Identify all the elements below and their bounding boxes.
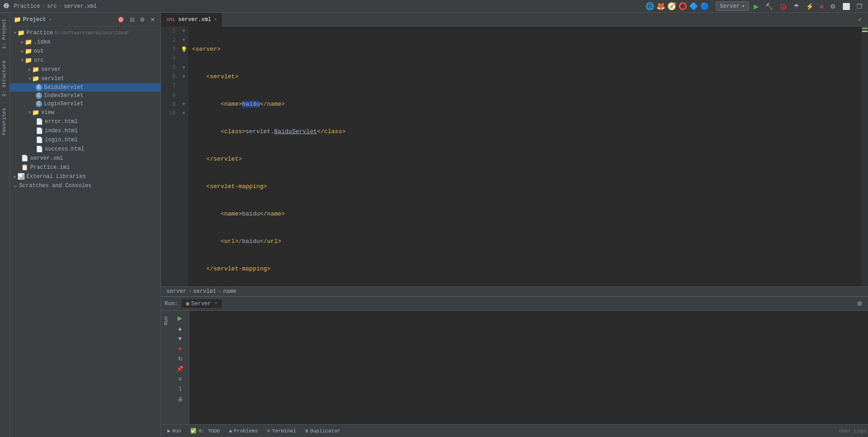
breadcrumb-servlet[interactable]: servlet <box>193 288 216 295</box>
side-tab-project[interactable]: 1: Project <box>0 13 10 54</box>
tree-item-src[interactable]: ▼ 📁 src <box>10 56 161 65</box>
tree-item-baidu-servlet[interactable]: C BaiduServlet <box>10 83 161 92</box>
bottom-tab-run[interactable]: ▶ Run <box>163 426 186 437</box>
run-play-button[interactable]: ▶ <box>176 313 184 323</box>
safari-icon[interactable]: 🧭 <box>667 2 676 11</box>
run-tab-close[interactable]: × <box>214 301 217 306</box>
fold-10[interactable]: ▼ <box>179 109 188 118</box>
run-output <box>189 311 868 424</box>
tree-item-ext-libs[interactable]: ▶ 📊 External Libraries <box>10 172 161 181</box>
tree-item-practice-iml[interactable]: 📋 Practice.iml <box>10 163 161 172</box>
tree-item-index-html[interactable]: 📄 index.html <box>10 126 161 135</box>
run-bottom-icon: ▶ <box>167 428 171 434</box>
run-settings-button[interactable]: ⚙ <box>855 299 864 308</box>
tree-item-scratches[interactable]: ✏ Scratches and Consoles <box>10 181 161 190</box>
tree-label-ext-libs: External Libraries <box>27 173 86 180</box>
run-tab-label: Server <box>191 301 211 307</box>
opera-icon[interactable]: ⭕ <box>678 2 687 11</box>
tree-item-out[interactable]: ▶ 📁 out <box>10 47 161 56</box>
code-content[interactable]: <server> <servlet> <name>baidu</name> <c… <box>188 27 862 286</box>
folder-icon: 📁 <box>17 29 25 37</box>
run-wrap-button[interactable]: ≡ <box>177 375 183 383</box>
fold-5[interactable]: ▼ <box>179 63 188 72</box>
fold-1[interactable]: ▼ <box>179 27 188 36</box>
bottom-tab-problems[interactable]: ▲ Problems <box>225 426 263 437</box>
xml-tab-icon: XML <box>166 17 176 22</box>
terminal-bottom-icon: ≡ <box>267 428 270 434</box>
run-tab-server[interactable]: ▣ Server × <box>182 299 222 308</box>
run-stop-button[interactable]: ■ <box>177 345 183 353</box>
side-tab-structure[interactable]: 2: Structure <box>0 54 10 102</box>
editor-settings-button[interactable]: ✔ <box>856 16 864 24</box>
editor-breadcrumb: server › servlet › name <box>161 286 868 296</box>
tree-item-error-html[interactable]: 📄 error.html <box>10 117 161 126</box>
java-file-icon-index: C <box>36 92 42 99</box>
run-pin-button[interactable]: 📌 <box>175 365 185 373</box>
scratches-icon: ✏ <box>14 182 17 189</box>
run-autoscroll-button[interactable]: ⤵ <box>177 385 183 393</box>
line-num-8: 8 <box>161 91 176 100</box>
ie-icon[interactable]: 🔵 <box>700 2 709 11</box>
line-num-2: 2 <box>161 36 176 45</box>
run-rerun-button[interactable]: ↻ <box>176 355 184 363</box>
tree-item-servlet[interactable]: ▼ 📁 servlet <box>10 74 161 83</box>
tree-item-server-xml[interactable]: 📄 server.xml <box>10 154 161 163</box>
settings-button-top[interactable]: ⚙ <box>828 2 838 11</box>
tree-item-server[interactable]: ▶ 📁 server <box>10 65 161 74</box>
code-line-9: </servlet-mapping> <box>192 264 858 274</box>
breadcrumb-file[interactable]: server.xml <box>64 3 97 10</box>
restore-button[interactable]: ❐ <box>855 2 864 11</box>
firefox-icon[interactable]: 🦊 <box>656 2 665 11</box>
html-file-icon-index: 📄 <box>36 127 43 135</box>
fold-2[interactable]: ▼ <box>179 36 188 45</box>
editor-tab-server-xml[interactable]: XML server.xml × <box>161 13 223 27</box>
project-locate-button[interactable]: 🎯 <box>116 16 126 24</box>
fold-6[interactable]: ▼ <box>179 72 188 81</box>
tree-item-view[interactable]: ▼ 📁 view <box>10 108 161 117</box>
profile-button[interactable]: ⚡ <box>804 2 815 11</box>
java-file-icon-baidu: C <box>36 84 42 91</box>
bottom-tab-terminal[interactable]: ≡ Terminal <box>263 426 300 437</box>
coverage-button[interactable]: ☂ <box>792 2 801 11</box>
line-num-10: 10 <box>161 109 176 118</box>
tree-item-practice[interactable]: ▼ 📁 Practice D:\Software\Workplace\IdeaP <box>10 28 161 38</box>
project-collapse-button[interactable]: ⊟ <box>128 16 136 24</box>
tree-item-login-servlet[interactable]: C LoginServlet <box>10 100 161 108</box>
bottom-tab-duplicator[interactable]: ⊞ Duplicator <box>301 426 345 437</box>
tree-path-practice: D:\Software\Workplace\IdeaP <box>55 31 129 36</box>
folder-icon-src: 📁 <box>25 57 32 64</box>
chrome-icon[interactable]: 🌐 <box>645 2 654 11</box>
run-scroll-down-button[interactable]: ▼ <box>176 334 185 343</box>
bottom-tab-todo[interactable]: ✅ 6: TODO <box>186 426 224 437</box>
project-close-button[interactable]: ✕ <box>149 16 157 24</box>
run-button[interactable]: ▶ <box>752 2 761 11</box>
run-panel-header-right: ⚙ <box>855 299 864 308</box>
bulb-icon[interactable]: 💡 <box>181 46 188 53</box>
app-icon: 🅙 <box>4 3 9 10</box>
tree-item-index-servlet[interactable]: C IndexServlet <box>10 92 161 100</box>
project-settings-button[interactable]: ⚙ <box>138 16 147 24</box>
debug-button[interactable]: 🐞 <box>777 2 789 11</box>
run-scroll-up-button[interactable]: ▲ <box>176 324 185 333</box>
fold-9[interactable]: ▼ <box>179 100 188 109</box>
breadcrumb-server[interactable]: server <box>166 288 186 295</box>
editor-tab-close[interactable]: × <box>214 17 217 22</box>
gutter-marker-green <box>862 27 868 29</box>
maximize-button[interactable]: ⬜ <box>841 2 852 11</box>
project-dropdown-arrow[interactable]: ▾ <box>48 16 53 22</box>
run-side-tab[interactable]: Run <box>162 313 170 329</box>
breadcrumb-src[interactable]: src <box>47 3 57 10</box>
side-tab-favorites[interactable]: Favorites <box>0 102 10 140</box>
breadcrumb-practice[interactable]: Practice <box>14 3 40 10</box>
build-button[interactable]: 🔨 <box>763 2 775 11</box>
edge-icon[interactable]: 🔷 <box>689 2 698 11</box>
line-num-3: 3 <box>161 45 176 54</box>
tree-item-login-html[interactable]: 📄 login.html <box>10 135 161 145</box>
stop-button[interactable]: ■ <box>818 2 825 11</box>
breadcrumb-name[interactable]: name <box>223 288 236 295</box>
run-print-button[interactable]: 🖨 <box>176 395 185 403</box>
tree-item-success-html[interactable]: 📄 success.html <box>10 145 161 154</box>
tree-item-idea[interactable]: ▶ 📁 .idea <box>10 38 161 47</box>
run-panel: Run: ▣ Server × ⚙ Run ▶ ▲ <box>161 296 868 424</box>
run-config-selector[interactable]: Server ▾ <box>716 1 749 11</box>
